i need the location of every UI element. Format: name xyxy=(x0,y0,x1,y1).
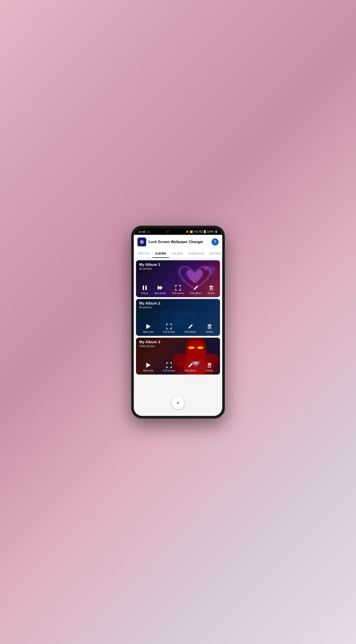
delete-icon xyxy=(208,285,214,291)
mute-icon: 🔇 xyxy=(186,230,189,233)
album-2-fullscreen-button[interactable]: Full screen xyxy=(163,323,175,333)
fullscreen-icon xyxy=(175,285,181,291)
album-card-1: My Album 1 83 photos Pause xyxy=(136,260,220,297)
pause-icon xyxy=(142,285,148,291)
svg-point-25 xyxy=(186,316,192,321)
album-3-edit-button[interactable]: Edit album xyxy=(185,362,196,372)
album-2-name: My Album 2 xyxy=(139,301,160,306)
svg-point-39 xyxy=(186,340,205,362)
delete-icon-2 xyxy=(206,323,213,330)
fullscreen-label-3: Full screen xyxy=(163,369,175,372)
album-3-info: My Album 3 8386 photos xyxy=(139,340,160,348)
album-1-edit-button[interactable]: Edit album xyxy=(190,285,202,294)
album-1-info: My Album 1 83 photos xyxy=(139,262,160,270)
fullscreen-icon-3 xyxy=(166,362,172,368)
album-1-next-button[interactable]: Next photo xyxy=(154,285,166,294)
tab-folder[interactable]: FOLDER xyxy=(169,249,185,258)
edit-label-3: Edit album xyxy=(185,369,196,372)
svg-point-41 xyxy=(197,346,203,349)
camera-notch xyxy=(166,230,169,233)
tab-photos[interactable]: PHOTOS xyxy=(136,249,152,258)
album-3-actions: Start now Full screen xyxy=(136,360,220,374)
svg-marker-46 xyxy=(146,363,151,368)
album-1-actions: Pause Next photo xyxy=(136,282,220,297)
album-2-edit-button[interactable]: Edit album xyxy=(185,323,196,333)
delete-icon-3 xyxy=(206,362,213,368)
edit-icon-3 xyxy=(187,362,194,368)
album-3-name: My Album 3 xyxy=(139,340,160,344)
album-3-delete-button[interactable]: Delete xyxy=(206,362,213,372)
battery-icon: 🔋 xyxy=(215,230,218,233)
edit-icon-2 xyxy=(187,323,194,330)
tab-albums[interactable]: ALBUMS xyxy=(152,249,169,258)
edit-label-2: Edit album xyxy=(185,330,196,333)
app-header: 🎨 Lock Screen Wallpaper Changer ? xyxy=(134,235,222,249)
svg-point-19 xyxy=(168,317,170,320)
album-1-fullscreen-button[interactable]: Full screen xyxy=(172,285,184,294)
fullscreen-icon-2 xyxy=(166,323,172,330)
album-2-count: 86 photos xyxy=(139,306,160,309)
clock: 22:36 xyxy=(138,230,146,234)
fullscreen-label: Full screen xyxy=(172,292,184,294)
albums-list: My Album 1 83 photos Pause xyxy=(134,258,222,392)
delete-label: Delete xyxy=(208,292,215,294)
wifi-icon: 📶 xyxy=(190,230,193,233)
album-card-2: My Album 2 86 photos Start now xyxy=(136,299,220,336)
phone-screen: 22:36 🖵 🔇 📶 VoLTE2 ▊ 100% 🔋 🎨 xyxy=(134,228,222,416)
album-2-start-button[interactable]: Start now xyxy=(143,323,153,333)
add-album-button[interactable]: + xyxy=(172,397,184,409)
play-icon-3 xyxy=(145,362,152,368)
signal-icon: ▊ xyxy=(204,230,206,233)
svg-marker-8 xyxy=(160,286,163,290)
album-3-fullscreen-button[interactable]: Full screen xyxy=(163,362,175,372)
next-label: Next photo xyxy=(154,292,166,294)
start-label-2: Start now xyxy=(143,330,153,333)
album-3-start-button[interactable]: Start now xyxy=(143,362,153,372)
status-right-area: 🔇 📶 VoLTE2 ▊ 100% 🔋 xyxy=(186,230,218,233)
sim-icon: 🖵 xyxy=(147,230,149,233)
pause-label: Pause xyxy=(141,292,148,294)
status-bar: 22:36 🖵 🔇 📶 VoLTE2 ▊ 100% 🔋 xyxy=(134,228,222,235)
app-icon: 🎨 xyxy=(137,238,146,246)
svg-text:🎨: 🎨 xyxy=(140,240,144,244)
tab-schedules[interactable]: SCHEDULES xyxy=(185,249,207,258)
album-1-pause-button[interactable]: Pause xyxy=(141,285,148,294)
phone-frame: 22:36 🖵 🔇 📶 VoLTE2 ▊ 100% 🔋 🎨 xyxy=(131,226,225,418)
album-3-count: 8386 photos xyxy=(139,344,160,348)
album-1-delete-button[interactable]: Delete xyxy=(208,285,215,294)
play-icon-2 xyxy=(145,323,152,330)
fullscreen-label-2: Full screen xyxy=(163,330,175,333)
svg-rect-6 xyxy=(145,286,147,290)
album-1-name: My Album 1 xyxy=(139,262,160,267)
battery-label: 100% xyxy=(207,230,214,233)
help-button[interactable]: ? xyxy=(211,238,219,246)
svg-point-40 xyxy=(188,346,194,349)
start-label-3: Start now xyxy=(143,369,153,372)
tab-settings[interactable]: SETTING xyxy=(207,249,222,258)
edit-label: Edit album xyxy=(190,292,202,294)
svg-rect-5 xyxy=(143,286,144,290)
album-2-info: My Album 2 86 photos xyxy=(139,301,160,309)
album-1-count: 83 photos xyxy=(139,267,160,270)
album-card-3: My Album 3 8386 photos Start now xyxy=(136,338,220,374)
app-title: Lock Screen Wallpaper Changer xyxy=(149,240,211,244)
album-2-actions: Start now Full screen xyxy=(136,321,220,336)
svg-marker-26 xyxy=(146,324,151,329)
tab-bar: PHOTOS ALBUMS FOLDER SCHEDULES SETTING xyxy=(134,249,222,258)
delete-label-2: Delete xyxy=(206,330,213,333)
lte-label: VoLTE2 xyxy=(194,230,203,233)
edit-icon xyxy=(193,285,199,291)
next-icon xyxy=(157,285,163,291)
album-2-delete-button[interactable]: Delete xyxy=(206,323,213,333)
status-time-area: 22:36 🖵 xyxy=(138,230,149,234)
fab-area: + xyxy=(134,392,222,416)
delete-label-3: Delete xyxy=(206,369,213,372)
